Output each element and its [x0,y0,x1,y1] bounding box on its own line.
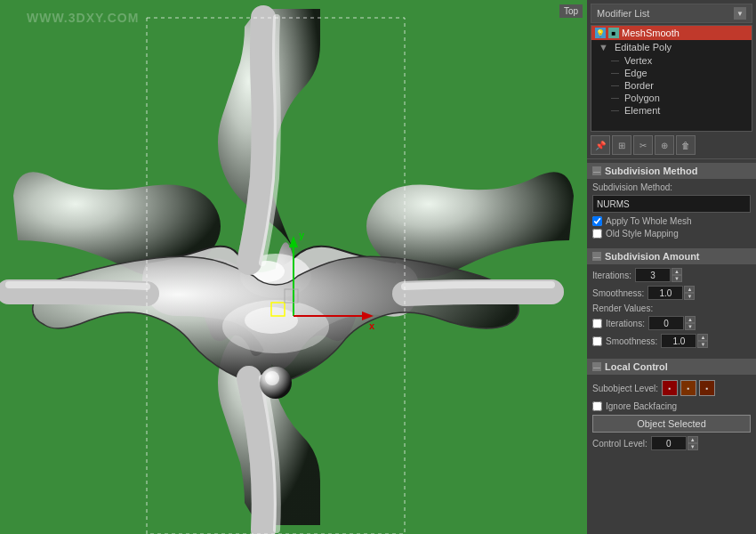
render-iterations-spinner: 0 ▲ ▼ [648,316,751,330]
iterations-input[interactable]: 3 [635,268,671,282]
delete-icon[interactable]: 🗑 [676,135,696,155]
ignore-backfacing-label[interactable]: Ignore Backfacing [606,401,677,411]
iterations-spinner: 3 ▲ ▼ [635,268,751,282]
meshsmooth-label: MeshSmooth [622,28,680,38]
object-selected-btn[interactable]: Object Selected [592,415,751,433]
svg-text:x: x [369,320,375,331]
modifier-stack: 💡 ■ MeshSmooth ▼ Editable Poly Vertex Ed… [591,25,752,132]
local-control-content: Subobject Level: ▪ ▪ ▪ Ignore Backfacing… [587,375,756,457]
render-smoothness-row: Smoothness: 1.0 ▲ ▼ [592,334,751,348]
3d-shape-svg: y x [0,0,587,534]
render-smoothness-spinner-btns: ▲ ▼ [697,334,708,348]
subobject-level-label: Subobject Level: [592,384,658,393]
cut-icon[interactable]: ✂ [633,135,653,155]
pin-icon[interactable]: 📌 [591,135,610,155]
local-control-section-header[interactable]: — Local Control [587,359,756,375]
local-control-title: Local Control [605,361,668,372]
control-level-down[interactable]: ▼ [688,443,698,450]
apply-to-whole-checkbox[interactable] [592,216,602,226]
old-style-mapping-row: Old Style Mapping [592,229,751,239]
control-level-spinner: 0 ▲ ▼ [651,436,751,450]
modifier-list-label: Modifier List [597,8,649,19]
subdivision-method-section-header[interactable]: — Subdivision Method [587,163,756,179]
sub-border[interactable]: Border [591,79,752,92]
smoothness-label: Smoothness: [592,288,644,298]
subobj-icon-2[interactable]: ▪ [680,380,696,396]
modifier-editable-poly[interactable]: ▼ Editable Poly [591,40,752,54]
collapse-subdivision-method[interactable]: — [592,166,601,175]
iterations-spinner-btns: ▲ ▼ [672,268,682,282]
subobj-icon-1[interactable]: ▪ [662,380,678,396]
render-smoothness-checkbox[interactable] [592,336,602,346]
render-iterations-up[interactable]: ▲ [685,316,696,323]
right-panel: Modifier List ▼ 💡 ■ MeshSmooth ▼ Editabl… [587,0,756,534]
subdivision-method-content: Subdivision Method: NURMS Classic Quad A… [587,179,756,245]
view-indicator: Top [559,4,583,18]
subdivision-method-dropdown[interactable]: NURMS Classic Quad [592,195,751,213]
sub-element[interactable]: Element [591,104,752,117]
control-level-spinner-btns: ▲ ▼ [688,436,698,450]
render-iterations-checkbox[interactable] [592,319,602,328]
svg-text:y: y [299,230,305,240]
modifier-meshsmooth[interactable]: 💡 ■ MeshSmooth [591,26,752,40]
move-icon[interactable]: ⊞ [612,135,631,155]
viewport-3d[interactable]: WWW.3DXY.COM [0,0,587,534]
subobject-level-row: Subobject Level: ▪ ▪ ▪ [592,378,751,398]
apply-to-whole-label[interactable]: Apply To Whole Mesh [606,216,692,226]
apply-to-whole-row: Apply To Whole Mesh [592,216,751,226]
smoothness-spinner-btns: ▲ ▼ [684,286,695,300]
subdivision-method-label: Subdivision Method: [592,182,751,192]
iterations-row: Iterations: 3 ▲ ▼ [592,268,751,282]
object-selected-container: Object Selected [592,415,751,433]
subobject-icons: ▪ ▪ ▪ [662,378,715,398]
svg-marker-8 [289,236,298,247]
paste-icon[interactable]: ⊕ [655,135,674,155]
render-iterations-label: Iterations: [606,319,645,328]
render-values-label: Render Values: [592,303,751,313]
light-bulb-icon: 💡 [595,28,606,38]
collapse-local-control[interactable]: — [592,362,601,371]
control-level-up[interactable]: ▲ [688,436,698,443]
subobj-icon-3[interactable]: ▪ [699,380,715,396]
subdivision-amount-title: Subdivision Amount [605,251,700,262]
control-level-input[interactable]: 0 [651,436,687,450]
subdivision-amount-section-header[interactable]: — Subdivision Amount [587,248,756,264]
collapse-subdivision-amount[interactable]: — [592,252,601,261]
smoothness-down[interactable]: ▼ [684,293,695,300]
render-smoothness-up[interactable]: ▲ [697,334,708,341]
watermark-text: WWW.3DXY.COM [27,11,139,25]
render-smoothness-down[interactable]: ▼ [697,341,708,348]
subdivision-method-title: Subdivision Method [605,166,698,176]
render-iterations-down[interactable]: ▼ [685,323,696,330]
old-style-mapping-label[interactable]: Old Style Mapping [606,229,679,239]
iterations-label: Iterations: [592,271,631,280]
sub-vertex[interactable]: Vertex [591,54,752,67]
smoothness-row: Smoothness: 1.0 ▲ ▼ [592,286,751,300]
modifier-list-arrow[interactable]: ▼ [734,7,746,20]
smoothness-input[interactable]: 1.0 [647,286,683,300]
modifier-toolbar: 📌 ⊞ ✂ ⊕ 🗑 [587,132,756,159]
editable-poly-label: Editable Poly [615,42,672,53]
render-iterations-input[interactable]: 0 [648,316,684,330]
render-smoothness-label: Smoothness: [606,336,657,346]
ignore-backfacing-row: Ignore Backfacing [592,401,751,411]
render-iterations-spinner-btns: ▲ ▼ [685,316,696,330]
subdivision-amount-content: Iterations: 3 ▲ ▼ Smoothness: 1.0 ▲ ▼ Re… [587,264,756,355]
iterations-down[interactable]: ▼ [672,275,682,282]
modifier-color-box: ■ [608,28,619,38]
smoothness-up[interactable]: ▲ [684,286,695,293]
render-smoothness-spinner: 1.0 ▲ ▼ [661,334,751,348]
iterations-up[interactable]: ▲ [672,268,682,275]
smoothness-spinner: 1.0 ▲ ▼ [647,286,751,300]
sub-polygon[interactable]: Polygon [591,92,752,104]
control-level-label: Control Level: [592,439,647,449]
subdivision-method-select-wrapper: NURMS Classic Quad [592,195,751,213]
render-smoothness-input[interactable]: 1.0 [661,334,696,348]
render-iterations-row: Iterations: 0 ▲ ▼ [592,316,751,330]
sub-edge[interactable]: Edge [591,67,752,79]
control-level-row: Control Level: 0 ▲ ▼ [592,436,751,450]
ignore-backfacing-checkbox[interactable] [592,401,602,411]
svg-point-5 [265,371,279,385]
old-style-mapping-checkbox[interactable] [592,229,602,239]
modifier-list-header[interactable]: Modifier List ▼ [591,4,752,23]
